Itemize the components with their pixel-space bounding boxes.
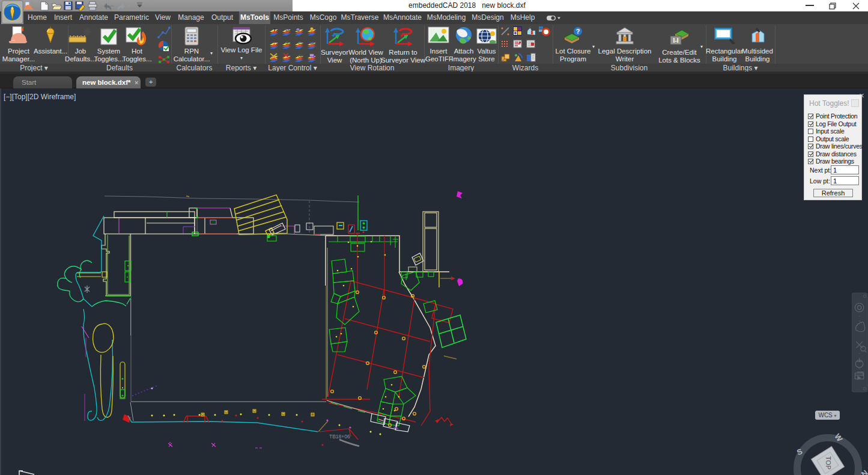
svg-text:I: I bbox=[274, 27, 275, 32]
svg-text:C: C bbox=[298, 40, 302, 46]
svg-text:G: G bbox=[298, 54, 302, 59]
svg-text:!: ! bbox=[273, 40, 275, 46]
svg-text:I‑I: I‑I bbox=[673, 37, 679, 44]
svg-text:M: M bbox=[310, 40, 314, 46]
svg-text:?: ? bbox=[576, 28, 580, 35]
svg-text:U: U bbox=[285, 27, 289, 32]
svg-text:TB18+06: TB18+06 bbox=[329, 434, 350, 440]
svg-text:S: S bbox=[285, 40, 289, 46]
